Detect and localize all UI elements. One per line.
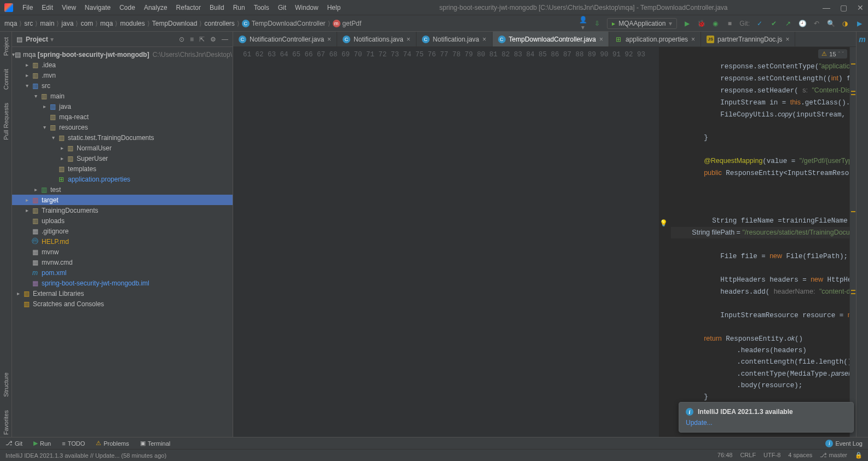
tree-root[interactable]: ▾▤mqa [spring-boot-security-jwt-mongodb]… bbox=[12, 49, 233, 60]
tool-project[interactable]: Project bbox=[2, 35, 10, 58]
tree-folder[interactable]: ▾▥main bbox=[12, 91, 233, 101]
file-encoding[interactable]: UTF-8 bbox=[763, 452, 780, 459]
menu-tools[interactable]: Tools bbox=[250, 3, 273, 13]
notification-update-link[interactable]: Update... bbox=[686, 419, 713, 427]
tree-folder[interactable]: ▾▥static.test.TrainingDocuments bbox=[12, 132, 233, 143]
tree-folder[interactable]: ▥mqa-react bbox=[12, 112, 233, 122]
tool-maven[interactable]: m bbox=[859, 35, 865, 44]
menu-navigate[interactable]: Navigate bbox=[81, 3, 114, 13]
menu-refactor[interactable]: Refactor bbox=[172, 3, 205, 13]
tool-event-log[interactable]: iEvent Log bbox=[825, 440, 863, 447]
breadcrumb-item[interactable]: modules bbox=[120, 20, 144, 27]
hide-icon[interactable]: — bbox=[222, 36, 228, 43]
tree-file[interactable]: ⊞application.properties bbox=[12, 174, 233, 184]
locate-icon[interactable]: ⊙ bbox=[179, 36, 184, 43]
tree-folder[interactable]: ▸▥NormalUser bbox=[12, 143, 233, 153]
tree-folder[interactable]: ▥uploads bbox=[12, 215, 233, 226]
tree-folder[interactable]: ▸▥TrainingDocuments bbox=[12, 205, 233, 215]
editor-tab[interactable]: CNotificationController.java× bbox=[233, 32, 337, 46]
inspection-widget[interactable]: ⚠15ˆ ˇ bbox=[818, 49, 847, 59]
ide-update-icon[interactable]: ▶ bbox=[855, 20, 864, 27]
breadcrumb-class[interactable]: TempDownloadController bbox=[252, 20, 326, 27]
git-branch[interactable]: ⎇ master bbox=[820, 452, 847, 459]
collapse-icon[interactable]: ⇱ bbox=[199, 36, 205, 43]
tool-commit[interactable]: Commit bbox=[2, 67, 10, 92]
editor-body[interactable]: 61 62 63 64 65 66 67 68 69 70 71 72 73 7… bbox=[233, 47, 856, 437]
menu-view[interactable]: View bbox=[58, 3, 80, 13]
menu-help[interactable]: Help bbox=[323, 3, 345, 13]
close-tab-icon[interactable]: × bbox=[483, 36, 487, 43]
minimize-icon[interactable]: — bbox=[823, 3, 830, 12]
tree-folder[interactable]: ▾▥resources bbox=[12, 122, 233, 132]
coverage-icon[interactable]: ◉ bbox=[711, 20, 720, 27]
close-tab-icon[interactable]: × bbox=[327, 36, 331, 43]
tree-folder-target[interactable]: ▸▥target bbox=[12, 195, 233, 205]
close-tab-icon[interactable]: × bbox=[407, 36, 410, 43]
tree-folder[interactable]: ▸▥test bbox=[12, 184, 233, 195]
breadcrumb-item[interactable]: mqa bbox=[4, 20, 17, 27]
tool-git[interactable]: ⎇Git bbox=[5, 440, 22, 447]
tree-folder[interactable]: ▸▥.idea bbox=[12, 60, 233, 70]
menu-run[interactable]: Run bbox=[229, 3, 249, 13]
run-config-selector[interactable]: ▸ MQAApplication ▾ bbox=[607, 18, 677, 29]
editor-tab[interactable]: ⊞application.properties× bbox=[609, 32, 701, 46]
menu-edit[interactable]: Edit bbox=[38, 3, 57, 13]
build-icon[interactable]: ⇩ bbox=[593, 20, 601, 27]
tree-file[interactable]: mpom.xml bbox=[12, 267, 233, 278]
tool-run[interactable]: ▶Run bbox=[33, 440, 51, 447]
error-stripe[interactable] bbox=[849, 47, 856, 437]
project-tree[interactable]: ▾▤mqa [spring-boot-security-jwt-mongodb]… bbox=[12, 47, 233, 437]
tree-folder[interactable]: ▥templates bbox=[12, 164, 233, 174]
run-icon[interactable]: ▶ bbox=[682, 20, 691, 27]
editor-tab[interactable]: CTempDownloadController.java× bbox=[493, 32, 609, 46]
menu-build[interactable]: Build bbox=[206, 3, 228, 13]
breadcrumb[interactable]: mqa⟩src⟩main⟩java⟩com⟩mqa⟩modules⟩TempDo… bbox=[4, 19, 361, 27]
git-update-icon[interactable]: ✓ bbox=[755, 20, 764, 27]
tool-todo[interactable]: ≡TODO bbox=[62, 440, 85, 447]
tree-folder[interactable]: ▸▥.mvn bbox=[12, 70, 233, 80]
tool-favorites[interactable]: Favorites bbox=[2, 408, 10, 437]
intention-bulb-icon[interactable]: 💡 bbox=[659, 219, 668, 227]
breadcrumb-item[interactable]: main bbox=[40, 20, 54, 27]
git-commit-icon[interactable]: ✔ bbox=[769, 20, 778, 27]
git-rollback-icon[interactable]: ↶ bbox=[812, 20, 821, 27]
tree-folder[interactable]: ▾▥src bbox=[12, 80, 233, 91]
menu-file[interactable]: File bbox=[19, 3, 37, 13]
breadcrumb-item[interactable]: src bbox=[24, 20, 33, 27]
close-icon[interactable]: ✕ bbox=[857, 3, 864, 12]
close-tab-icon[interactable]: × bbox=[785, 36, 789, 43]
tree-scratches[interactable]: ▥Scratches and Consoles bbox=[12, 299, 233, 309]
breadcrumb-item[interactable]: TempDownload bbox=[152, 20, 198, 27]
breadcrumb-item[interactable]: controllers bbox=[204, 20, 234, 27]
tree-folder[interactable]: ▸▥SuperUser bbox=[12, 153, 233, 164]
expand-icon[interactable]: ≡ bbox=[190, 36, 194, 43]
tree-file[interactable]: ▦mvnw.cmd bbox=[12, 257, 233, 267]
code-editor[interactable]: response.setContentType("application/pdf… bbox=[668, 47, 849, 437]
lock-icon[interactable]: 🔒 bbox=[855, 452, 863, 459]
close-tab-icon[interactable]: × bbox=[691, 36, 695, 43]
menu-analyze[interactable]: Analyze bbox=[140, 3, 171, 13]
editor-tab[interactable]: CNotifications.java× bbox=[337, 32, 416, 46]
git-history-icon[interactable]: 🕘 bbox=[798, 20, 807, 27]
fold-gutter[interactable] bbox=[651, 47, 659, 437]
tool-pull-requests[interactable]: Pull Requests bbox=[2, 101, 10, 142]
breadcrumb-item[interactable]: com bbox=[80, 20, 93, 27]
maximize-icon[interactable]: ▢ bbox=[840, 3, 847, 12]
menu-git[interactable]: Git bbox=[274, 3, 290, 13]
indent-setting[interactable]: 4 spaces bbox=[788, 452, 812, 459]
editor-tab[interactable]: CNotification.java× bbox=[416, 32, 493, 46]
tool-problems[interactable]: ⚠Problems bbox=[96, 440, 129, 447]
breadcrumb-item[interactable]: mqa bbox=[100, 20, 113, 27]
user-icon[interactable]: 👤▾ bbox=[578, 16, 587, 31]
close-tab-icon[interactable]: × bbox=[599, 36, 603, 43]
caret-position[interactable]: 76:48 bbox=[717, 452, 733, 459]
git-push-icon[interactable]: ↗ bbox=[784, 20, 792, 27]
tool-terminal[interactable]: ▣Terminal bbox=[140, 440, 171, 447]
menu-window[interactable]: Window bbox=[291, 3, 322, 13]
stop-icon[interactable]: ■ bbox=[725, 20, 734, 27]
tool-structure[interactable]: Structure bbox=[2, 370, 10, 399]
chevron-down-icon[interactable]: ▾ bbox=[50, 36, 54, 43]
tree-file[interactable]: ▦mvnw bbox=[12, 247, 233, 257]
breadcrumb-item[interactable]: java bbox=[61, 20, 73, 27]
line-separator[interactable]: CRLF bbox=[740, 452, 756, 459]
